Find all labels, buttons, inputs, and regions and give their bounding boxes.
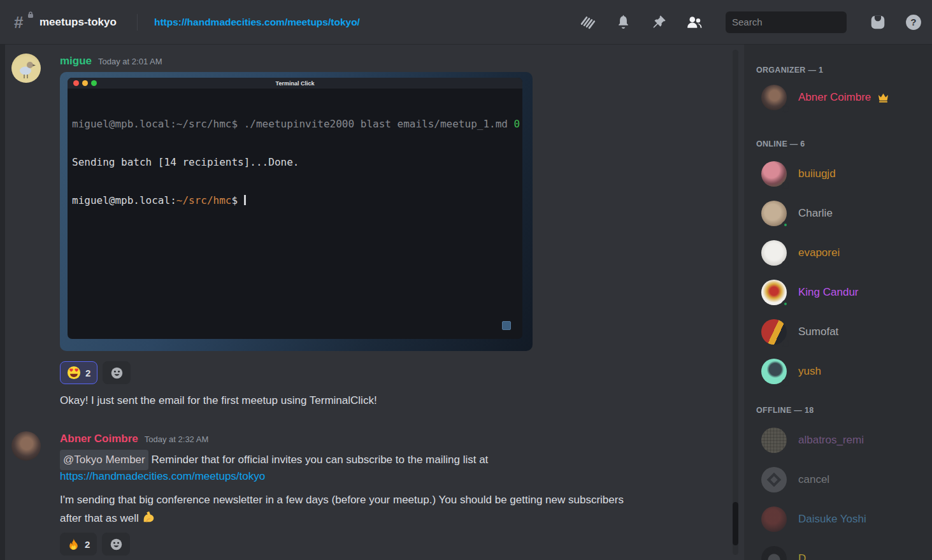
member-name: evaporei xyxy=(798,247,840,259)
header-divider xyxy=(137,14,138,31)
diamond-logo xyxy=(767,473,782,487)
member-row-abner[interactable]: Abner Coimbre xyxy=(756,82,927,113)
add-reaction-button[interactable] xyxy=(102,533,130,556)
reaction-bar: 2 xyxy=(60,533,130,556)
minimize-window-icon xyxy=(82,80,88,86)
reaction-count: 2 xyxy=(85,368,90,378)
search-box xyxy=(726,11,847,33)
avatar xyxy=(761,546,787,560)
close-window-icon xyxy=(73,80,79,86)
member-row-evaporei[interactable]: evaporei xyxy=(756,238,927,268)
status-online-icon xyxy=(782,221,789,229)
member-list-toggle-icon[interactable] xyxy=(686,14,703,31)
channel-topic-link[interactable]: https://handmadecities.com/meetups/tokyo… xyxy=(154,17,360,28)
member-name: D xyxy=(798,552,806,560)
reaction-heart-eyes[interactable]: 2 xyxy=(60,361,97,384)
member-row-daisuke-yoshi[interactable]: Daisuke Yoshi xyxy=(756,504,927,535)
terminal-cursor xyxy=(244,195,246,205)
avatar xyxy=(761,85,787,110)
terminal-corner-widget xyxy=(502,321,511,330)
avatar xyxy=(761,467,787,492)
avatar xyxy=(761,427,787,453)
add-reaction-button[interactable] xyxy=(103,361,131,384)
channel-name: meetups-tokyo xyxy=(39,16,117,29)
help-icon[interactable]: ? xyxy=(905,14,922,31)
section-offline: OFFLINE — 18 xyxy=(756,406,927,416)
header-toolbar: ? xyxy=(579,11,922,33)
member-name: Daisuke Yoshi xyxy=(798,513,866,526)
member-row-yush[interactable]: yush xyxy=(756,356,927,387)
role-mention-tokyo-member[interactable]: @Tokyo Member xyxy=(60,450,148,470)
message-text: Okay! I just sent the email for the firs… xyxy=(60,392,377,409)
terminal-output: miguel@mpb.local:~/src/hmc$ ./meetupinvi… xyxy=(68,89,522,233)
timestamp: Today at 2:32 AM xyxy=(145,434,208,444)
terminal-title: Terminal Click xyxy=(276,80,315,87)
avatar xyxy=(761,161,787,187)
lock-icon xyxy=(27,11,34,18)
zoom-window-icon xyxy=(91,80,97,86)
window-traffic-lights xyxy=(73,80,97,86)
message-text: I'm sending that big conference newslett… xyxy=(60,491,633,528)
channel-title-group: # meetups-tokyo xyxy=(14,13,117,32)
discord-app: # meetups-tokyo https://handmadecities.c… xyxy=(0,0,932,560)
member-row-partial[interactable]: D xyxy=(756,543,927,560)
chat-scrollbar-thumb[interactable] xyxy=(733,502,738,545)
status-idle-icon xyxy=(782,379,789,387)
search-input[interactable] xyxy=(732,17,859,27)
avatar xyxy=(761,280,787,305)
avatar xyxy=(761,240,787,266)
channel-header: # meetups-tokyo https://handmadecities.c… xyxy=(0,0,932,45)
member-name: yush xyxy=(798,365,821,378)
avatar xyxy=(761,359,787,384)
reaction-fire[interactable]: 2 xyxy=(60,533,97,556)
avatar xyxy=(761,319,787,345)
member-name: Charlie xyxy=(798,207,833,220)
heart-eyes-emoji xyxy=(67,366,81,380)
member-row-albatros-remi[interactable]: albatros_remi xyxy=(756,425,927,456)
flex-bicep-emoji xyxy=(141,510,155,524)
reaction-bar: 2 xyxy=(60,361,131,384)
threads-icon[interactable] xyxy=(579,14,596,31)
bird-avatar-art xyxy=(11,54,41,83)
member-row-charlie[interactable]: Charlie xyxy=(756,198,927,229)
terminal-line-2: Sending batch [14 recipients]...Done. xyxy=(72,156,522,169)
member-name: albatros_remi xyxy=(798,434,864,447)
terminal-line-1: miguel@mpb.local:~/src/hmc$ ./meetupinvi… xyxy=(72,118,522,131)
member-name: cancel xyxy=(798,473,829,486)
message-text-with-mention: @Tokyo Member Reminder that for official… xyxy=(60,450,488,470)
member-row-buiiugjd[interactable]: buiiugjd xyxy=(756,159,927,189)
member-name: King Candur xyxy=(798,286,859,299)
avatar-migue[interactable] xyxy=(11,54,41,83)
member-row-sumofat[interactable]: Sumofat xyxy=(756,317,927,347)
status-online-icon xyxy=(782,300,789,308)
locked-channel-icon: # xyxy=(14,13,33,32)
member-name: buiiugjd xyxy=(798,168,836,180)
status-idle-icon xyxy=(782,182,789,189)
status-idle-icon xyxy=(782,261,789,268)
add-reaction-smiley-icon xyxy=(110,538,123,551)
status-idle-icon xyxy=(782,340,789,347)
message-list: migue Today at 2:01 AM Terminal Click mi… xyxy=(5,45,731,560)
member-list-panel: ORGANIZER — 1 Abner Coimbre ONLINE — 6 b… xyxy=(744,45,932,560)
message-header: migue Today at 2:01 AM xyxy=(60,55,162,68)
notifications-bell-icon[interactable] xyxy=(615,14,631,31)
chat-scrollbar-track[interactable] xyxy=(733,50,738,555)
username-migue[interactable]: migue xyxy=(60,55,92,68)
terminal-screenshot-attachment[interactable]: Terminal Click miguel@mpb.local:~/src/hm… xyxy=(60,72,533,351)
section-online: ONLINE — 6 xyxy=(756,140,927,150)
inbox-icon[interactable] xyxy=(870,14,886,31)
member-row-cancel[interactable]: cancel xyxy=(756,464,927,495)
status-idle-icon xyxy=(782,105,789,113)
member-name: Abner Coimbre xyxy=(798,91,871,104)
member-row-king-candur[interactable]: King Candur xyxy=(756,277,927,308)
message-link[interactable]: https://handmadecities.com/meetups/tokyo xyxy=(60,470,265,483)
svg-text:?: ? xyxy=(910,17,916,27)
terminal-window: Terminal Click miguel@mpb.local:~/src/hm… xyxy=(68,78,522,339)
avatar xyxy=(761,506,787,532)
message-text: Reminder that for official invites you c… xyxy=(151,454,488,466)
terminal-line-3: miguel@mpb.local:~/src/hmc$ xyxy=(72,194,522,207)
avatar xyxy=(761,201,787,226)
username-abner[interactable]: Abner Coimbre xyxy=(60,433,138,445)
avatar-abner[interactable] xyxy=(11,431,41,461)
pinned-messages-icon[interactable] xyxy=(650,14,667,31)
